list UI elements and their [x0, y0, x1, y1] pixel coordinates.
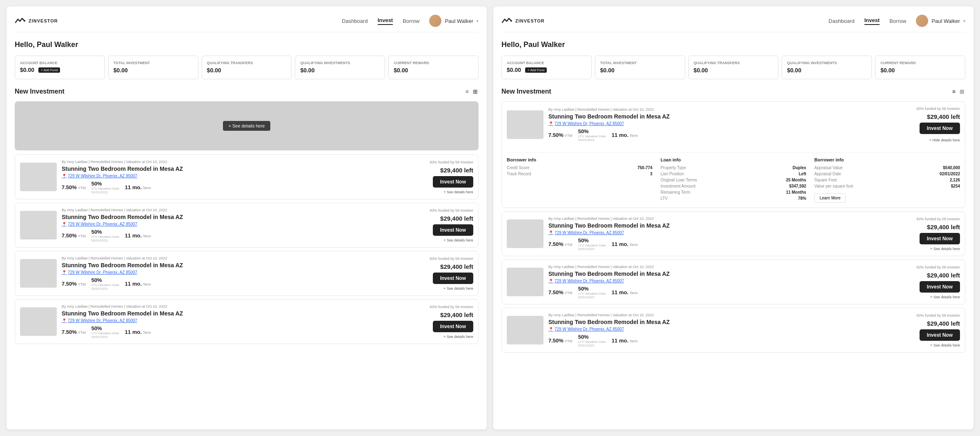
- nav-user[interactable]: Paul Walker ▾: [429, 15, 479, 27]
- right-nav-invest[interactable]: Invest: [864, 17, 880, 25]
- invest-now-button[interactable]: Invest Now: [433, 176, 473, 188]
- investment-address[interactable]: 📍729 W Wilshire Dr, Phoenix, AZ 85007: [62, 270, 425, 275]
- investment-address[interactable]: 📍729 W Wilshire Dr, Phoenix, AZ 85007: [62, 174, 425, 178]
- invest-now-button[interactable]: Invest Now: [433, 224, 473, 236]
- borrower2-detail-row: Appraisal Date 02/01/2022: [814, 172, 960, 176]
- detail-sections: Borrower info Credit Score 750-774 Track…: [507, 152, 960, 203]
- investment-meta: By Amy Laidlaw | Remodelled Homes | Valu…: [548, 217, 911, 221]
- add-fund-button[interactable]: + Add Fund: [38, 67, 60, 73]
- left-investment-card-1: By Amy Laidlaw | Remodelled Homes | Valu…: [15, 203, 479, 248]
- invest-now-button[interactable]: Invest Now: [920, 329, 960, 341]
- learn-more-button[interactable]: Learn More: [814, 193, 846, 203]
- detail-key: Property Type: [661, 165, 686, 170]
- investment-title: Stunning Two Bedroom Remodel in Mesa AZ: [548, 271, 911, 277]
- right-nav-dashboard[interactable]: Dashboard: [829, 18, 855, 24]
- right-nav-borrow[interactable]: Borrow: [889, 18, 906, 24]
- investment-ytm: 7.50% YTM: [62, 329, 86, 335]
- investment-ltv: 50% LTV Valuation Date 02/01/2022: [91, 325, 119, 339]
- investment-thumbnail: [20, 211, 57, 239]
- stat-account-balance: ACCOUNT BALANCE $0.00 + Add Fund: [15, 56, 105, 79]
- right-stat-label-4: Current Reward: [880, 61, 960, 65]
- right-investment-card-2: By Amy Laidlaw | Remodelled Homes | Valu…: [501, 259, 965, 304]
- see-details-link[interactable]: + See details here: [930, 247, 960, 251]
- investment-title: Stunning Two Bedroom Remodel in Mesa AZ: [548, 113, 911, 120]
- stat-value-0: $0.00: [20, 67, 34, 73]
- invest-now-button[interactable]: Invest Now: [920, 123, 960, 134]
- right-nav-bar: ZINVESTOR Dashboard Invest Borrow Paul W…: [501, 15, 965, 32]
- amount-left: $29,400 left: [440, 167, 473, 174]
- investment-ytm: 7.50% YTM: [548, 241, 572, 247]
- nav-bar: ZINVESTOR Dashboard Invest Borrow Paul W…: [15, 15, 479, 32]
- investment-address[interactable]: 📍729 W Wilshire Dr, Phoenix, AZ 85007: [548, 279, 911, 283]
- logo: ZINVESTOR: [15, 17, 58, 25]
- chevron-down-icon: ▾: [477, 19, 479, 23]
- see-details-link[interactable]: + See details here: [443, 190, 473, 194]
- see-details-link[interactable]: + See details here: [443, 286, 473, 291]
- investment-address[interactable]: 📍729 W Wilshire Dr, Phoenix, AZ 85007: [548, 230, 911, 235]
- invest-now-button[interactable]: Invest Now: [920, 281, 960, 293]
- list-view-button[interactable]: ≡: [465, 87, 470, 96]
- detail-section-borrower2: Borrower info Appraisal Value $540,000 A…: [814, 157, 960, 203]
- investment-right: 83% funded by 58 investor $29,400 left I…: [430, 257, 473, 291]
- investment-right: 83% funded by 58 investor $29,400 left I…: [916, 313, 960, 347]
- borrower-info-title: Borrower info: [507, 157, 653, 162]
- location-icon: 📍: [548, 279, 553, 283]
- see-details-link[interactable]: + See details here: [443, 238, 473, 242]
- investment-title: Stunning Two Bedroom Remodel in Mesa AZ: [62, 262, 425, 268]
- investment-term: 11 mo. Term: [612, 132, 638, 138]
- investment-thumbnail: [20, 163, 57, 191]
- investment-meta: By Amy Laidlaw | Remodelled Homes | Valu…: [62, 304, 425, 309]
- investment-content: By Amy Laidlaw | Remodelled Homes | Valu…: [548, 107, 911, 142]
- right-list-view-button[interactable]: ≡: [951, 87, 956, 96]
- see-details-center-button[interactable]: + See details here: [223, 121, 271, 131]
- right-add-fund-button[interactable]: + Add Fund: [525, 67, 547, 73]
- invest-now-button[interactable]: Invest Now: [920, 233, 960, 244]
- investment-right: 83% funded by 58 investor $29,400 left I…: [430, 208, 473, 242]
- nav-dashboard[interactable]: Dashboard: [342, 18, 368, 24]
- investment-thumbnail: [507, 219, 543, 248]
- investment-right: 83% funded by 58 investor $29,400 left I…: [430, 305, 473, 339]
- detail-value: 3: [650, 172, 653, 176]
- investment-stats: 7.50% YTM 50% LTV Valuation Date 02/01/2…: [548, 237, 911, 251]
- detail-key: Appraisal Value: [814, 165, 842, 170]
- investment-content: By Amy Laidlaw | Remodelled Homes | Valu…: [548, 313, 911, 347]
- right-section-header: New Investment ≡ ⊞: [501, 87, 965, 96]
- nav-invest[interactable]: Invest: [378, 17, 393, 25]
- detail-key: Lien Position: [661, 172, 684, 176]
- see-details-link[interactable]: + See details here: [930, 343, 960, 347]
- hide-details-link[interactable]: + Hide details here: [929, 138, 960, 142]
- detail-key: Appraisal Date: [814, 172, 841, 176]
- location-icon: 📍: [62, 174, 67, 178]
- investment-term: 11 mo. Term: [125, 184, 151, 190]
- invest-now-button[interactable]: Invest Now: [433, 321, 473, 332]
- investment-address[interactable]: 📍729 W Wilshire Dr, Phoenix, AZ 85007: [548, 121, 911, 126]
- investment-title: Stunning Two Bedroom Remodel in Mesa AZ: [62, 214, 425, 220]
- detail-key: Value per square foot: [814, 184, 853, 188]
- see-details-link[interactable]: + See details here: [930, 295, 960, 299]
- nav-borrow[interactable]: Borrow: [403, 18, 419, 24]
- amount-left: $29,400 left: [927, 320, 960, 327]
- investment-ytm: 7.50% YTM: [62, 233, 86, 239]
- right-stat-value-2: $0.00: [694, 67, 708, 74]
- investment-address[interactable]: 📍729 W Wilshire Dr, Phoenix, AZ 85007: [62, 222, 425, 226]
- investment-stats: 7.50% YTM 50% LTV Valuation Date 02/01/2…: [62, 229, 425, 242]
- investment-address[interactable]: 📍729 W Wilshire Dr, Phoenix, AZ 85007: [548, 327, 911, 331]
- left-investment-card-2: By Amy Laidlaw | Remodelled Homes | Valu…: [15, 251, 479, 296]
- investment-term: 11 mo. Term: [612, 338, 638, 344]
- right-investment-card-1: By Amy Laidlaw | Remodelled Homes | Valu…: [501, 211, 965, 256]
- investment-content: By Amy Laidlaw | Remodelled Homes | Valu…: [548, 265, 911, 299]
- grid-view-button[interactable]: ⊞: [472, 87, 479, 96]
- detail-key: Square Feet: [814, 178, 837, 182]
- investment-ytm: 7.50% YTM: [62, 184, 86, 190]
- invest-now-button[interactable]: Invest Now: [433, 273, 473, 284]
- right-stat-label-3: Qualifying Investments: [787, 61, 866, 65]
- right-stat-label-0: ACCOUNT BALANCE: [507, 61, 586, 65]
- investment-list: By Amy Laidlaw | Remodelled Homes | Valu…: [15, 154, 479, 344]
- detail-value: 02/01/2022: [940, 172, 960, 176]
- right-nav-user[interactable]: Paul Walker ▾: [916, 15, 965, 27]
- right-grid-view-button[interactable]: ⊞: [959, 87, 965, 96]
- see-details-link[interactable]: + See details here: [443, 335, 473, 339]
- borrower-detail-row: Credit Score 750-774: [507, 165, 653, 170]
- investment-address[interactable]: 📍729 W Wilshire Dr, Phoenix, AZ 85007: [62, 318, 425, 323]
- stat-value-2: $0.00: [207, 67, 221, 74]
